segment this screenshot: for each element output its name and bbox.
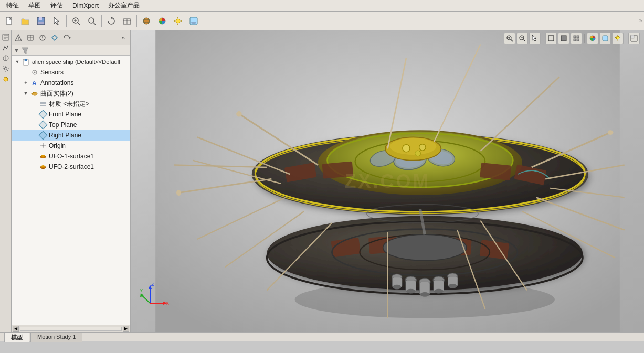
- svg-point-150: [616, 36, 619, 39]
- toolbar-btn-lighting[interactable]: [171, 14, 185, 28]
- tree-label-surfaces: 曲面实体(2): [40, 89, 73, 98]
- status-tab-motion[interactable]: Motion Study 1: [30, 333, 82, 342]
- toolbar-btn-color[interactable]: [155, 14, 170, 28]
- separator-2: [101, 15, 102, 27]
- vp-btn-view-box[interactable]: [545, 33, 557, 44]
- tree-item-origin[interactable]: Origin: [12, 141, 130, 151]
- expander-front-plane: [30, 111, 38, 118]
- svg-point-41: [42, 38, 43, 39]
- vp-sep-1: [543, 34, 543, 43]
- left-icon-settings[interactable]: [1, 64, 10, 73]
- svg-point-103: [403, 145, 410, 152]
- filter-funnel-icon: [22, 47, 29, 54]
- left-icon-appearance[interactable]: [1, 74, 10, 84]
- expander-sensors[interactable]: [22, 69, 29, 76]
- tree-label-top-plane: Top Plane: [49, 121, 77, 129]
- menu-office[interactable]: 办公室产品: [104, 0, 144, 11]
- scroll-right[interactable]: ▶: [123, 326, 129, 332]
- icon-right-plane: [39, 131, 47, 140]
- toolbar-btn-rotate[interactable]: [104, 14, 119, 28]
- tree-item-ufo2[interactable]: UFO-2-surface1: [12, 162, 130, 172]
- toolbar-btn-zoom-in[interactable]: [85, 14, 99, 28]
- tree-item-right-plane[interactable]: Right Plane: [12, 130, 130, 141]
- toolbar-btn-view-orient[interactable]: [120, 14, 134, 28]
- sidebar-btn-1[interactable]: [13, 32, 24, 44]
- icon-sensors: [30, 68, 39, 77]
- svg-point-74: [406, 289, 416, 294]
- toolbar-expand[interactable]: »: [639, 18, 642, 24]
- vp-btn-appearance[interactable]: [587, 33, 598, 44]
- scroll-left[interactable]: ◀: [13, 326, 19, 332]
- tree-label-sensors: Sensors: [40, 69, 64, 76]
- vp-btn-select[interactable]: [529, 33, 541, 44]
- tree-item-sensors[interactable]: Sensors: [12, 67, 130, 78]
- status-tab-model[interactable]: 模型: [4, 333, 29, 342]
- tree-item-root[interactable]: ▼ alien space ship (Default<<Default: [12, 57, 130, 67]
- sidebar: » ▼ ▼ alien space ship (Default<<Default: [12, 30, 131, 332]
- icon-material: [39, 100, 47, 108]
- vp-btn-display-mode[interactable]: [628, 33, 640, 44]
- separator-3: [136, 15, 137, 27]
- tree-item-ufo1[interactable]: UFO-1-surface1: [12, 151, 130, 162]
- svg-point-50: [32, 92, 37, 95]
- icon-root: [22, 58, 30, 66]
- sidebar-btn-2[interactable]: [25, 32, 36, 44]
- svg-point-104: [419, 144, 426, 151]
- expander-surfaces[interactable]: ▼: [22, 90, 29, 97]
- svg-line-6: [78, 23, 80, 25]
- svg-marker-4: [54, 17, 59, 25]
- tree-item-annotations[interactable]: + A Annotations: [12, 78, 130, 88]
- menu-dimxpert[interactable]: DimXpert: [68, 1, 103, 10]
- svg-rect-149: [603, 36, 608, 41]
- expander-right-plane: [30, 132, 38, 139]
- left-icon-sketch[interactable]: [1, 43, 10, 52]
- separator-1: [66, 15, 67, 27]
- menu-features[interactable]: 特征: [2, 0, 23, 11]
- vp-sep-3: [626, 34, 626, 43]
- status-bar: 模型 Motion Study 1: [0, 332, 644, 341]
- left-icon-display[interactable]: [1, 54, 10, 63]
- toolbar-btn-save[interactable]: [34, 14, 48, 28]
- toolbar-btn-display[interactable]: [139, 14, 154, 28]
- tree-item-top-plane[interactable]: Top Plane: [12, 120, 130, 130]
- toolbar-btn-cursor[interactable]: [49, 14, 64, 28]
- scroll-track[interactable]: [20, 327, 122, 331]
- svg-point-130: [176, 190, 181, 196]
- svg-point-77: [420, 292, 429, 297]
- tree-item-front-plane[interactable]: Front Plane: [12, 109, 130, 120]
- sidebar-expand-btn[interactable]: »: [118, 32, 129, 44]
- tree-label-ufo1: UFO-1-surface1: [49, 153, 94, 160]
- svg-point-35: [18, 39, 19, 40]
- svg-point-9: [89, 18, 94, 23]
- tree-label-ufo2: UFO-2-surface1: [49, 163, 94, 170]
- toolbar-btn-open[interactable]: [18, 14, 33, 28]
- svg-marker-141: [532, 35, 536, 41]
- svg-point-48: [34, 72, 36, 73]
- toolbar-btn-new[interactable]: [2, 14, 17, 28]
- vp-btn-lights[interactable]: [612, 33, 624, 44]
- status-tabs: 模型 Motion Study 1: [4, 333, 83, 342]
- tree-item-material[interactable]: 材质 <未指定>: [12, 99, 130, 109]
- sidebar-btn-4[interactable]: [49, 32, 60, 44]
- sidebar-btn-5[interactable]: [61, 32, 72, 44]
- vp-btn-zoom-out[interactable]: [516, 33, 528, 44]
- tree-label-root: alien space ship (Default<<Default: [32, 59, 120, 65]
- vp-btn-view-split[interactable]: [571, 33, 582, 44]
- menu-bar: 特征 草图 评估 DimXpert 办公室产品: [0, 0, 644, 12]
- vp-btn-zoom-fit[interactable]: [504, 33, 515, 44]
- icon-front-plane: [39, 110, 47, 119]
- svg-line-10: [93, 23, 96, 25]
- expander-annotations[interactable]: +: [22, 79, 29, 87]
- tree-item-surfaces[interactable]: ▼ 曲面实体(2): [12, 88, 130, 99]
- left-icon-features[interactable]: [1, 33, 10, 42]
- vp-btn-scene-bg[interactable]: [599, 33, 611, 44]
- toolbar-btn-zoom-fit[interactable]: [69, 14, 83, 28]
- viewport[interactable]: ZX.COM: [131, 30, 644, 332]
- sidebar-btn-3[interactable]: [37, 32, 48, 44]
- menu-evaluate[interactable]: 评估: [46, 0, 67, 11]
- expander-root[interactable]: ▼: [14, 58, 21, 66]
- toolbar-btn-scene[interactable]: [186, 14, 201, 28]
- svg-marker-11: [111, 17, 113, 19]
- vp-btn-view-solid[interactable]: [558, 33, 569, 44]
- menu-sketch[interactable]: 草图: [24, 0, 45, 11]
